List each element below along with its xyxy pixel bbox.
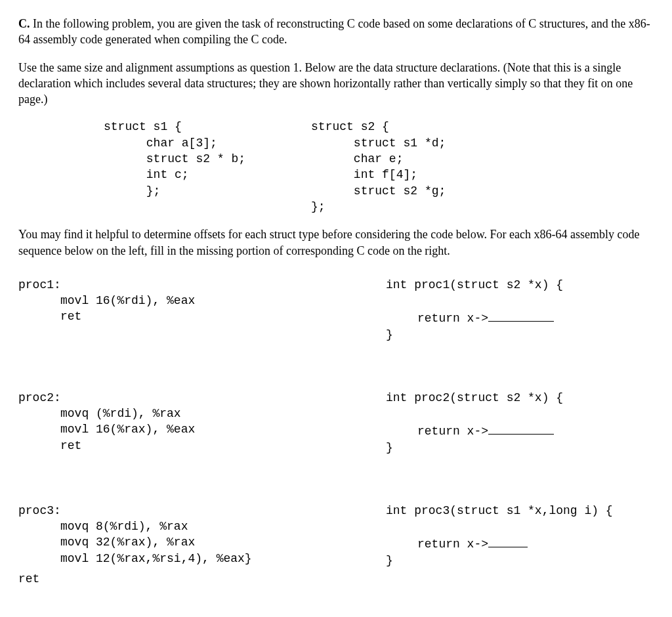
struct-s2-code: struct s2 { struct s1 *d; char e; int f[… (245, 119, 446, 215)
proc1-section: proc1: movl 16(%rdi), %eax ret int proc1… (18, 277, 654, 343)
proc2-blank[interactable] (488, 421, 554, 435)
proc1-blank[interactable] (488, 308, 554, 322)
proc3-ret: ret (18, 571, 654, 587)
proc3-asm: movq 8(%rdi), %rax movq 32(%rax), %rax m… (18, 519, 386, 566)
proc3-label: proc3: (18, 503, 386, 519)
proc3-blank[interactable] (488, 534, 528, 547)
proc2-c-return: return x-> (386, 421, 654, 439)
problem-marker: C. (18, 17, 30, 30)
proc2-c-close: } (386, 440, 654, 456)
proc2-c-signature: int proc2(struct s2 *x) { (386, 390, 654, 406)
intro-text-1a: In the following problem, you are given … (18, 17, 650, 46)
proc3-c-return: return x-> (386, 534, 654, 552)
mid-paragraph: You may find it helpful to determine off… (18, 226, 654, 259)
proc3-c-signature: int proc3(struct s1 *x,long i) { (386, 503, 654, 519)
intro-paragraph-2: Use the same size and alignment assumpti… (18, 60, 654, 108)
proc1-c-return: return x-> (386, 308, 654, 326)
proc2-label: proc2: (18, 390, 386, 406)
proc1-c-signature: int proc1(struct s2 *x) { (386, 277, 654, 293)
proc2-section: proc2: movq (%rdi), %rax movl 16(%rax), … (18, 390, 654, 456)
intro-paragraph-1: C. In the following problem, you are giv… (18, 16, 654, 48)
proc2-return-prefix: return x-> (417, 425, 488, 438)
proc3-return-prefix: return x-> (417, 538, 488, 551)
proc1-label: proc1: (18, 277, 386, 293)
proc1-c-close: } (386, 327, 654, 343)
proc2-asm: movq (%rdi), %rax movl 16(%rax), %eax re… (18, 406, 386, 454)
proc1-return-prefix: return x-> (417, 312, 488, 325)
struct-declarations: struct s1 { char a[3]; struct s2 * b; in… (18, 119, 654, 215)
proc3-c-close: } (386, 553, 654, 568)
proc3-section: proc3: movq 8(%rdi), %rax movq 32(%rax),… (18, 503, 654, 568)
struct-s1-code: struct s1 { char a[3]; struct s2 * b; in… (18, 119, 245, 215)
proc1-asm: movl 16(%rdi), %eax ret (18, 293, 386, 325)
